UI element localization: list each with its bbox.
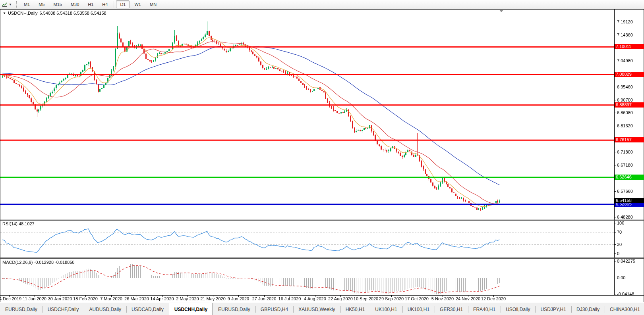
date-tick-2-may-2020: 2 May 2020 xyxy=(176,296,199,301)
chart-tab-uk100-h1[interactable]: UK100,H1 xyxy=(402,303,435,315)
macd-tick-0.042275: 0.042275 xyxy=(617,259,635,263)
date-tick-21-may-2020: 21 May 2020 xyxy=(200,296,226,301)
price-tick-6.48280: 6.48280 xyxy=(617,215,633,219)
chart-ohlc-values: 6.54038 6.54318 6.53558 6.54158 xyxy=(39,11,106,15)
rsi-indicator-label: RSI(14) 48.1027 xyxy=(2,221,35,226)
mt4-terminal: { "toolbar": { "timeframes": ["M1","M5",… xyxy=(0,0,644,315)
rsi-tick-30: 30 xyxy=(617,242,622,247)
price-tick-7.04980: 7.04980 xyxy=(617,58,633,63)
timeframe-button-w1[interactable]: W1 xyxy=(130,0,145,8)
date-tick-18-feb-2020: 18 Feb 2020 xyxy=(73,296,98,301)
date-tick-12-dec-2020: 12 Dec 2020 xyxy=(481,296,506,301)
price-tick-6.71800: 6.71800 xyxy=(617,150,633,154)
macd-indicator-label: MACD(12,26,9) -0.012928 -0.018858 xyxy=(2,260,75,265)
level-badge-6.62646: 6.62646 xyxy=(615,175,644,180)
chart-tab-fra40-h1[interactable]: FRA40,H1 xyxy=(468,303,501,315)
chart-tab-uk100-h1[interactable]: UK100,H1 xyxy=(370,303,402,315)
price-tick-6.81320: 6.81320 xyxy=(617,123,633,128)
date-tick-29-sep-2020: 29 Sep 2020 xyxy=(379,296,404,301)
chart-tools-button[interactable]: ▼ xyxy=(0,0,14,9)
timeframe-button-m5[interactable]: M5 xyxy=(35,0,48,8)
chart-tab-china300-h1[interactable]: CHINA300,H1 xyxy=(605,303,644,315)
date-tick-26-mar-2020: 26 Mar 2020 xyxy=(124,296,149,301)
collapse-caret-icon[interactable]: ▼ xyxy=(3,12,6,15)
chart-tab-usdjpy-h1[interactable]: USDJPY,H1 xyxy=(535,303,571,315)
timeframe-button-h4[interactable]: H4 xyxy=(98,0,112,8)
chart-tab-eurusd-daily[interactable]: EURUSD,Daily xyxy=(0,303,43,315)
date-tick-11-jan-2020: 11 Jan 2020 xyxy=(23,296,46,301)
date-tick-30-jan-2020: 30 Jan 2020 xyxy=(48,296,72,301)
chart-title: ▼ USDCNH,Daily 6.54038 6.54318 6.53558 6… xyxy=(3,11,106,15)
toolbar-separator xyxy=(114,1,114,8)
date-tick-17-oct-2020: 17 Oct 2020 xyxy=(405,296,429,301)
date-tick-7-mar-2020: 7 Mar 2020 xyxy=(100,296,122,301)
rsi-tick-0: 0 xyxy=(617,251,619,256)
timeframe-button-mn[interactable]: MN xyxy=(146,0,161,8)
chart-tab-eurusd-daily[interactable]: EURUSD,Daily xyxy=(213,303,255,315)
chart-tab-dj30-daily[interactable]: DJ30,Daily xyxy=(571,303,605,315)
toolbar-grip xyxy=(16,1,17,8)
chevron-down-icon: ▼ xyxy=(9,3,12,6)
chart-tab-bar: EURUSD,DailyUSDCHF,DailyAUDUSD,DailyUSDC… xyxy=(0,303,644,315)
price-tick-7.19120: 7.19120 xyxy=(617,19,633,24)
chart-tool-icon xyxy=(2,2,8,7)
scroll-to-end-marker[interactable] xyxy=(499,10,503,12)
macd-tick--0.04148: -0.04148 xyxy=(617,292,634,296)
timeframe-button-h1[interactable]: H1 xyxy=(84,0,97,8)
date-tick-4-aug-2020: 4 Aug 2020 xyxy=(304,296,326,301)
current-price-badge: 6.54158 xyxy=(615,198,644,203)
chart-symbol-label: USDCNH,Daily xyxy=(8,11,38,15)
date-tick-10-sep-2020: 10 Sep 2020 xyxy=(354,296,378,301)
date-tick-5-nov-2020: 5 Nov 2020 xyxy=(431,296,454,301)
timeframe-button-m1[interactable]: M1 xyxy=(20,0,34,8)
chart-tab-ger30-h1[interactable]: GER30,H1 xyxy=(435,303,468,315)
date-tick-14-apr-2020: 14 Apr 2020 xyxy=(150,296,174,301)
timeframe-button-m15[interactable]: M15 xyxy=(49,0,66,8)
chart-tab-gbpusd-h4[interactable]: GBPUSD,H4 xyxy=(255,303,293,315)
timeframe-buttons: M1M5M15M30H1H4D1W1MN xyxy=(19,0,161,9)
price-tick-7.14360: 7.14360 xyxy=(617,33,633,37)
level-badge-6.88897: 6.88897 xyxy=(615,102,644,108)
timeframe-button-m30[interactable]: M30 xyxy=(67,0,83,8)
timeframe-toolbar: ▼ M1M5M15M30H1H4D1W1MN xyxy=(0,0,644,9)
chart-tab-xauusd-weekly[interactable]: XAUUSD,Weekly xyxy=(293,303,340,315)
rsi-value: 48.1027 xyxy=(19,221,35,226)
price-tick-6.67180: 6.67180 xyxy=(617,163,633,167)
macd-name: MACD(12,26,9) xyxy=(2,260,33,265)
macd-tick-0.00: 0.00 xyxy=(617,275,625,280)
date-tick-27-jun-2020: 27 Jun 2020 xyxy=(252,296,277,301)
price-tick-6.95460: 6.95460 xyxy=(617,85,633,89)
level-badge-7.00029: 7.00029 xyxy=(615,72,644,77)
chart-tab-hk50-h1[interactable]: HK50,H1 xyxy=(340,303,370,315)
chart-tab-usoil-daily[interactable]: USOil,Daily xyxy=(501,303,535,315)
rsi-name: RSI(14) xyxy=(2,221,17,226)
chart-tab-usdchf-daily[interactable]: USDCHF,Daily xyxy=(43,303,84,315)
date-tick-16-jul-2020: 16 Jul 2020 xyxy=(278,296,301,301)
price-chart-canvas[interactable] xyxy=(0,0,644,315)
date-tick-9-jun-2020: 9 Jun 2020 xyxy=(228,296,249,301)
chart-tab-usdcnh-daily[interactable]: USDCNH,Daily xyxy=(169,303,213,315)
price-tick-6.57660: 6.57660 xyxy=(617,189,633,194)
date-tick-24-dec-2019: 24 Dec 2019 xyxy=(0,296,21,301)
level-badge-7.10011: 7.10011 xyxy=(615,44,644,49)
macd-values: -0.012928 -0.018858 xyxy=(34,260,74,265)
price-tick-6.90700: 6.90700 xyxy=(617,98,633,102)
rsi-tick-100: 100 xyxy=(617,221,624,225)
rsi-tick-70: 70 xyxy=(617,230,622,234)
chart-tab-usdcad-daily[interactable]: USDCAD,Daily xyxy=(126,303,169,315)
date-tick-22-aug-2020: 22 Aug 2020 xyxy=(328,296,353,301)
date-tick-24-nov-2020: 24 Nov 2020 xyxy=(456,296,480,301)
level-badge-6.76157: 6.76157 xyxy=(615,137,644,142)
price-tick-6.86080: 6.86080 xyxy=(617,110,633,115)
chart-tab-audusd-daily[interactable]: AUDUSD,Daily xyxy=(84,303,126,315)
timeframe-button-d1[interactable]: D1 xyxy=(116,0,130,8)
